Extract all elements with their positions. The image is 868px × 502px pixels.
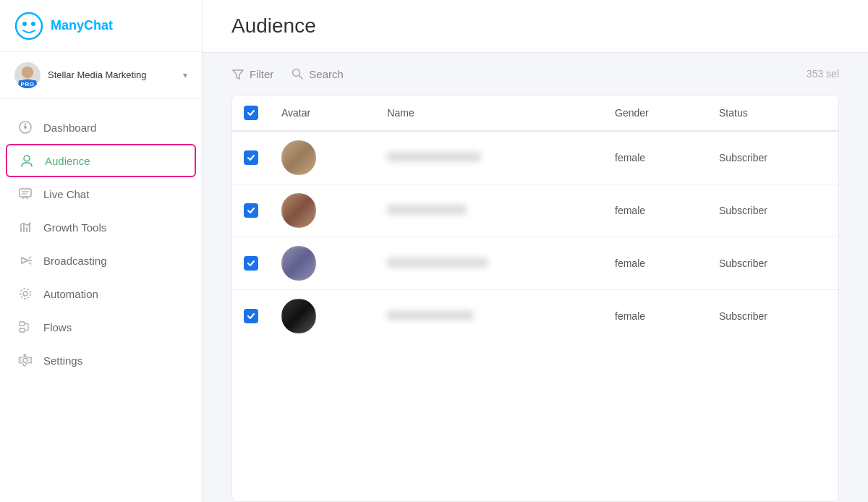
avatar-cell-1 <box>270 131 375 184</box>
growth-tools-icon <box>17 219 33 235</box>
svg-point-1 <box>22 22 27 26</box>
sidebar-item-broadcasting[interactable]: Broadcasting <box>0 244 202 277</box>
checkmark-icon <box>247 206 255 215</box>
live-chat-icon <box>17 186 33 202</box>
main-content: Audience Filter Search 353 sel <box>203 0 868 502</box>
sidebar-item-audience[interactable]: Audience <box>6 144 196 177</box>
avatar-3 <box>281 246 316 281</box>
search-icon <box>291 67 304 80</box>
row-checkbox-1[interactable] <box>244 150 258 165</box>
row-checkbox-cell-4[interactable] <box>232 290 270 343</box>
manychat-logo-icon <box>14 12 43 41</box>
row-checkbox-cell-2[interactable] <box>232 184 270 237</box>
sidebar-item-dashboard-label: Dashboard <box>43 122 96 134</box>
sidebar-item-automation[interactable]: Automation <box>0 277 202 310</box>
filter-button[interactable]: Filter <box>231 67 273 80</box>
avatar-cell-4 <box>270 290 375 343</box>
table-row: female Subscriber <box>232 237 838 290</box>
svg-point-18 <box>20 289 30 299</box>
name-column-header: Name <box>375 95 603 131</box>
sidebar-item-settings-label: Settings <box>43 354 82 367</box>
account-avatar: PRO <box>14 62 41 88</box>
account-name: Stellar Media Marketing <box>48 69 183 82</box>
sidebar-item-broadcasting-label: Broadcasting <box>43 255 107 267</box>
gender-cell-4: female <box>603 290 707 343</box>
svg-point-7 <box>24 126 27 129</box>
status-cell-3: Subscriber <box>707 237 838 290</box>
dashboard-icon <box>17 119 33 135</box>
row-checkbox-2[interactable] <box>244 203 258 218</box>
name-cell-2 <box>375 184 603 237</box>
name-cell-3 <box>375 237 603 290</box>
checkmark-icon <box>247 312 255 320</box>
avatar-4 <box>281 299 316 333</box>
status-cell-1: Subscriber <box>707 131 838 184</box>
svg-point-5 <box>22 67 33 78</box>
sidebar-item-growth-tools-label: Growth Tools <box>43 221 106 234</box>
audience-table: Avatar Name Gender Status <box>232 95 838 342</box>
search-button[interactable]: Search <box>291 67 344 80</box>
gender-cell-2: female <box>603 184 707 237</box>
avatar-1 <box>281 140 316 175</box>
checkmark-icon <box>247 109 255 117</box>
broadcasting-icon <box>17 252 33 268</box>
header-checkbox-cell[interactable] <box>232 95 270 131</box>
name-blur-1 <box>387 152 481 162</box>
page-title: Audience <box>231 14 839 38</box>
table-row: female Subscriber <box>232 290 838 343</box>
avatar-column-header: Avatar <box>270 95 375 131</box>
avatar-cell-3 <box>270 237 375 290</box>
svg-rect-19 <box>20 322 25 326</box>
row-checkbox-3[interactable] <box>244 256 258 271</box>
sidebar: ManyChat PRO Stellar Media Marketing ▾ D <box>0 0 203 502</box>
sidebar-item-flows-label: Flows <box>43 321 72 333</box>
row-checkbox-cell-3[interactable] <box>232 237 270 290</box>
audience-table-container: Avatar Name Gender Status <box>231 95 839 502</box>
toolbar: Filter Search 353 sel <box>203 53 868 95</box>
name-cell-4 <box>375 290 603 343</box>
table-row: female Subscriber <box>232 131 838 184</box>
sidebar-item-audience-label: Audience <box>45 155 90 167</box>
flows-icon <box>17 319 33 335</box>
row-checkbox-cell-1[interactable] <box>232 131 270 184</box>
status-column-header: Status <box>707 95 838 131</box>
checkmark-icon <box>247 259 255 268</box>
sidebar-item-automation-label: Automation <box>43 288 98 300</box>
toolbar-left: Filter Search <box>231 67 344 80</box>
sidebar-item-growth-tools[interactable]: Growth Tools <box>0 210 202 244</box>
search-label: Search <box>309 68 344 80</box>
table-header-row: Avatar Name Gender Status <box>232 95 838 131</box>
svg-point-9 <box>24 156 30 161</box>
svg-point-17 <box>23 292 27 296</box>
name-blur-3 <box>387 258 488 268</box>
status-cell-2: Subscriber <box>707 184 838 237</box>
row-checkbox-4[interactable] <box>244 309 258 323</box>
pro-badge: PRO <box>19 80 37 88</box>
sidebar-nav: Dashboard Audience Live Ch <box>0 99 202 502</box>
selection-count: 353 sel <box>807 68 839 80</box>
checkmark-icon <box>247 153 255 162</box>
name-blur-2 <box>387 205 467 215</box>
status-cell-4: Subscriber <box>707 290 838 343</box>
automation-icon <box>17 286 33 302</box>
sidebar-item-flows[interactable]: Flows <box>0 310 202 344</box>
page-header: Audience <box>203 0 868 53</box>
app-name: ManyChat <box>51 18 113 33</box>
svg-rect-10 <box>20 189 31 197</box>
sidebar-item-live-chat-label: Live Chat <box>43 188 89 200</box>
svg-line-26 <box>299 76 303 80</box>
avatar-2 <box>281 193 316 228</box>
svg-point-2 <box>31 22 35 26</box>
sidebar-item-dashboard[interactable]: Dashboard <box>0 111 202 144</box>
table-row: female Subscriber <box>232 184 838 237</box>
svg-point-24 <box>23 358 27 362</box>
settings-icon <box>17 352 33 368</box>
select-all-checkbox[interactable] <box>244 106 258 120</box>
name-blur-4 <box>387 310 474 320</box>
sidebar-item-live-chat[interactable]: Live Chat <box>0 177 202 210</box>
gender-column-header: Gender <box>603 95 707 131</box>
avatar-cell-2 <box>270 184 375 237</box>
sidebar-item-settings[interactable]: Settings <box>0 344 202 377</box>
audience-icon <box>19 153 35 169</box>
account-switcher[interactable]: PRO Stellar Media Marketing ▾ <box>0 52 202 99</box>
